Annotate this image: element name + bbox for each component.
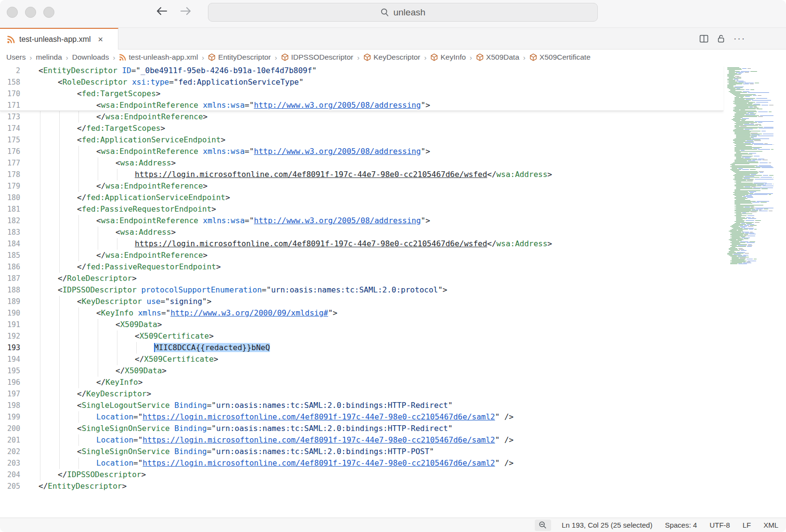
code-line-199[interactable]: 199Location="https://login.microsoftonli…	[0, 411, 723, 423]
unlock-icon[interactable]	[716, 34, 726, 43]
line-number[interactable]: 201	[0, 434, 20, 446]
split-editor-icon[interactable]	[699, 34, 709, 43]
line-number[interactable]: 196	[0, 377, 20, 388]
line-number[interactable]: 175	[0, 134, 20, 146]
code-line-182[interactable]: 182<wsa:EndpointReference xmlns:wsa="htt…	[0, 215, 723, 227]
code-line-176[interactable]: 176<wsa:EndpointReference xmlns:wsa="htt…	[0, 146, 723, 157]
line-number[interactable]: 191	[0, 319, 20, 330]
line-number[interactable]: 185	[0, 250, 20, 261]
line-number[interactable]: 204	[0, 469, 20, 481]
status-item-indentation[interactable]: Spaces: 4	[665, 521, 697, 529]
line-number[interactable]: 194	[0, 354, 20, 365]
status-item-encoding[interactable]: UTF-8	[709, 521, 730, 529]
code-line-175[interactable]: 175<fed:ApplicationServiceEndpoint>	[0, 134, 723, 146]
line-number[interactable]: 171	[0, 100, 20, 111]
code-line-193[interactable]: 193MIIC8DCCA{{redacted}}bNeQ	[0, 342, 723, 354]
code-line-200[interactable]: 200<SingleSignOnService Binding="urn:oas…	[0, 423, 723, 434]
code-line-194[interactable]: 194</X509Certificate>	[0, 354, 723, 365]
code-line-185[interactable]: 185</wsa:EndpointReference>	[0, 250, 723, 261]
breadcrumb-item-users[interactable]: Users	[6, 53, 26, 62]
line-number[interactable]: 193	[0, 342, 20, 354]
minimap[interactable]	[724, 67, 778, 265]
line-number[interactable]: 182	[0, 215, 20, 227]
line-number[interactable]: 2	[0, 65, 20, 76]
line-number[interactable]: 202	[0, 446, 20, 457]
tab-test-unleash-app-xml[interactable]: test-unleash-app.xml ×	[0, 28, 118, 50]
code-line-179[interactable]: 179</wsa:EndpointReference>	[0, 180, 723, 192]
line-number[interactable]: 176	[0, 146, 20, 157]
line-number[interactable]: 170	[0, 88, 20, 100]
code-line-170[interactable]: 170<fed:TargetScopes>	[0, 88, 723, 100]
breadcrumb-item-entitydescriptor[interactable]: EntityDescriptor	[208, 53, 271, 62]
code-line-205[interactable]: 205</EntityDescriptor>	[0, 481, 723, 492]
breadcrumb-item-x509certificate[interactable]: X509Certificate	[529, 53, 591, 62]
code-line-171[interactable]: 171<wsa:EndpointReference xmlns:wsa="htt…	[0, 100, 723, 111]
code-line-204[interactable]: 204</IDPSSODescriptor>	[0, 469, 723, 481]
code-line-173[interactable]: 173</wsa:EndpointReference>	[0, 111, 723, 123]
status-item-cursor-position[interactable]: Ln 193, Col 25 (25 selected)	[562, 521, 652, 529]
line-number[interactable]: 186	[0, 261, 20, 273]
line-number[interactable]: 192	[0, 330, 20, 342]
code-line-180[interactable]: 180</fed:ApplicationServiceEndpoint>	[0, 192, 723, 203]
code-line-192[interactable]: 192<X509Certificate>	[0, 330, 723, 342]
line-number[interactable]: 173	[0, 111, 20, 123]
line-number[interactable]: 188	[0, 284, 20, 296]
code-line-187[interactable]: 187</RoleDescriptor>	[0, 273, 723, 284]
code-line-196[interactable]: 196</KeyInfo>	[0, 377, 723, 388]
breadcrumb-item-x509data[interactable]: X509Data	[476, 53, 519, 62]
breadcrumb-item-keyinfo[interactable]: KeyInfo	[430, 53, 466, 62]
code-line-189[interactable]: 189<KeyDescriptor use="signing">	[0, 296, 723, 307]
back-arrow-icon[interactable]	[155, 5, 168, 19]
line-number[interactable]: 180	[0, 192, 20, 203]
breadcrumb-item-test-unleash-app-xml[interactable]: test-unleash-app.xml	[119, 53, 198, 62]
breadcrumb-item-idpssodescriptor[interactable]: IDPSSODescriptor	[281, 53, 353, 62]
code-line-197[interactable]: 197</KeyDescriptor>	[0, 388, 723, 400]
code-line-201[interactable]: 201Location="https://login.microsoftonli…	[0, 434, 723, 446]
line-number[interactable]: 184	[0, 238, 20, 250]
breadcrumb-item-downloads[interactable]: Downloads	[72, 53, 109, 62]
command-center-search[interactable]: unleash	[208, 3, 598, 22]
more-actions-icon[interactable]: ···	[734, 37, 746, 40]
status-item-eol[interactable]: LF	[743, 521, 751, 529]
maximize-window-button[interactable]	[43, 7, 54, 18]
status-item-language-mode[interactable]: XML	[763, 521, 778, 529]
line-number[interactable]: 195	[0, 365, 20, 377]
line-number[interactable]: 177	[0, 157, 20, 169]
code-line-174[interactable]: 174</fed:TargetScopes>	[0, 123, 723, 134]
code-line-191[interactable]: 191<X509Data>	[0, 319, 723, 330]
line-number[interactable]: 203	[0, 457, 20, 469]
line-number[interactable]: 187	[0, 273, 20, 284]
forward-arrow-icon[interactable]	[179, 5, 193, 19]
code-line-181[interactable]: 181<fed:PassiveRequestorEndpoint>	[0, 203, 723, 215]
code-editor[interactable]: 173</wsa:EndpointReference>174</fed:Targ…	[0, 65, 786, 518]
code-line-195[interactable]: 195</X509Data>	[0, 365, 723, 377]
line-number[interactable]: 190	[0, 307, 20, 319]
code-line-178[interactable]: 178https://login.microsoftonline.com/4ef…	[0, 169, 723, 180]
code-line-2[interactable]: 2<EntityDescriptor ID="_0be4911f-95eb-42…	[0, 65, 723, 76]
tab-close-icon[interactable]: ×	[98, 35, 103, 44]
line-number[interactable]: 199	[0, 411, 20, 423]
line-number[interactable]: 189	[0, 296, 20, 307]
code-line-203[interactable]: 203Location="https://login.microsoftonli…	[0, 457, 723, 469]
line-number[interactable]: 197	[0, 388, 20, 400]
code-line-202[interactable]: 202<SingleSignOnService Binding="urn:oas…	[0, 446, 723, 457]
line-number[interactable]: 183	[0, 227, 20, 238]
close-window-button[interactable]	[7, 7, 18, 18]
line-number[interactable]: 174	[0, 123, 20, 134]
code-line-186[interactable]: 186</fed:PassiveRequestorEndpoint>	[0, 261, 723, 273]
zoom-out-icon[interactable]	[535, 519, 551, 531]
line-number[interactable]: 205	[0, 481, 20, 492]
code-line-177[interactable]: 177<wsa:Address>	[0, 157, 723, 169]
code-line-190[interactable]: 190<KeyInfo xmlns="http://www.w3.org/200…	[0, 307, 723, 319]
line-number[interactable]: 181	[0, 203, 20, 215]
line-number[interactable]: 198	[0, 400, 20, 411]
line-number[interactable]: 178	[0, 169, 20, 180]
code-line-158[interactable]: 158<RoleDescriptor xsi:type="fed:Applica…	[0, 76, 723, 88]
minimize-window-button[interactable]	[25, 7, 36, 18]
breadcrumb-item-keydescriptor[interactable]: KeyDescriptor	[363, 53, 420, 62]
code-line-198[interactable]: 198<SingleLogoutService Binding="urn:oas…	[0, 400, 723, 411]
line-number[interactable]: 200	[0, 423, 20, 434]
code-line-188[interactable]: 188<IDPSSODescriptor protocolSupportEnum…	[0, 284, 723, 296]
code-line-184[interactable]: 184https://login.microsoftonline.com/4ef…	[0, 238, 723, 250]
code-line-183[interactable]: 183<wsa:Address>	[0, 227, 723, 238]
